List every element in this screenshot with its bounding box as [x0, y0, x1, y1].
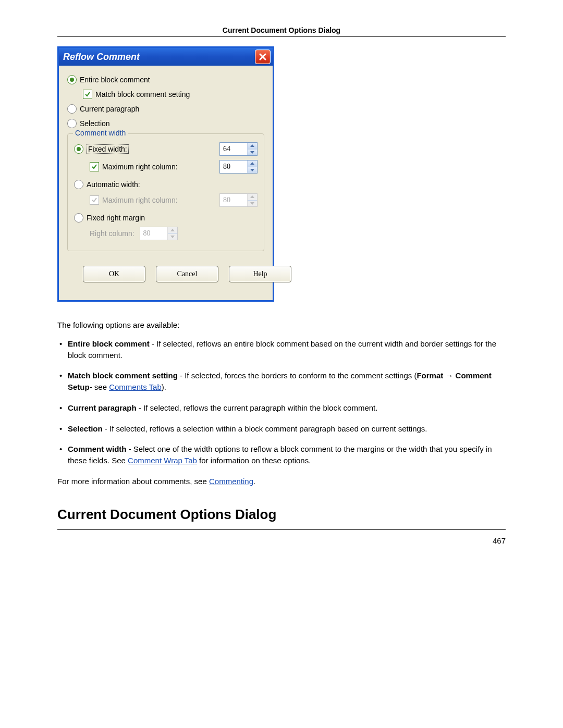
fixed-max-spinner[interactable] [219, 160, 258, 174]
radio-fixed-margin-label: Fixed right margin [87, 214, 145, 222]
page-footer: 467 [57, 529, 506, 547]
commenting-link[interactable]: Commenting [209, 477, 253, 486]
radio-entire-block[interactable] [67, 75, 77, 84]
list-item: Current paragraph - If selected, reflows… [57, 402, 506, 414]
section-heading: Current Document Options Dialog [57, 505, 506, 525]
more-info-text: For more information about comments, see… [57, 476, 506, 487]
comments-tab-link[interactable]: Comments Tab [109, 382, 162, 391]
radio-auto-width-label: Automatic width: [87, 180, 140, 189]
spin-down-icon [248, 201, 257, 207]
spin-up-icon[interactable] [248, 161, 257, 167]
right-column-spinner [140, 227, 178, 240]
radio-entire-block-label: Entire block comment [80, 76, 150, 84]
radio-fixed-margin[interactable] [74, 213, 83, 223]
comment-width-group: Comment width Fixed width: [67, 133, 264, 251]
checkbox-match-setting[interactable] [83, 90, 92, 99]
reflow-comment-dialog: Reflow Comment Entire block comment Matc… [57, 46, 274, 302]
close-icon[interactable] [255, 50, 271, 64]
radio-current-paragraph[interactable] [67, 104, 77, 114]
list-item: Comment width - Select one of the width … [57, 443, 506, 466]
checkbox-match-setting-label: Match block comment setting [95, 90, 190, 98]
spin-down-icon[interactable] [248, 167, 257, 174]
comment-wrap-tab-link[interactable]: Comment Wrap Tab [128, 456, 197, 465]
fixed-max-input[interactable] [220, 161, 247, 173]
list-item: Entire block comment - If selected, refl… [57, 338, 506, 361]
right-column-label: Right column: [90, 229, 134, 238]
spin-up-icon [248, 194, 257, 201]
spin-down-icon[interactable] [248, 150, 257, 156]
checkbox-fixed-max[interactable] [90, 162, 99, 171]
cancel-button[interactable]: Cancel [156, 266, 218, 282]
fixed-width-spinner[interactable] [219, 142, 258, 156]
page-header: Current Document Options Dialog [57, 26, 506, 37]
right-column-input [140, 227, 167, 240]
fixed-width-input[interactable] [220, 143, 247, 155]
list-item: Selection - If selected, reflows a selec… [57, 423, 506, 435]
dialog-title: Reflow Comment [63, 52, 140, 63]
document-body: The following options are available: Ent… [57, 319, 506, 547]
auto-max-input [220, 194, 247, 206]
checkbox-fixed-max-label: Maximum right column: [102, 163, 178, 171]
radio-current-paragraph-label: Current paragraph [80, 105, 139, 113]
radio-fixed-width-label: Fixed width: [87, 144, 129, 154]
spin-up-icon[interactable] [248, 143, 257, 150]
radio-selection[interactable] [67, 119, 77, 128]
spin-down-icon [168, 234, 177, 240]
radio-fixed-width[interactable] [74, 144, 83, 154]
page-number: 467 [493, 536, 506, 545]
auto-max-spinner [219, 193, 258, 207]
dialog-titlebar: Reflow Comment [59, 48, 273, 66]
spin-up-icon [168, 227, 177, 234]
help-button[interactable]: Help [229, 266, 291, 282]
checkbox-auto-max [90, 195, 99, 205]
comment-width-legend: Comment width [73, 129, 128, 137]
intro-text: The following options are available: [57, 319, 506, 331]
radio-auto-width[interactable] [74, 180, 83, 189]
checkbox-auto-max-label: Maximum right column: [102, 196, 178, 204]
ok-button[interactable]: OK [83, 266, 145, 282]
radio-selection-label: Selection [80, 119, 110, 128]
list-item: Match block comment setting - If selecte… [57, 370, 506, 393]
